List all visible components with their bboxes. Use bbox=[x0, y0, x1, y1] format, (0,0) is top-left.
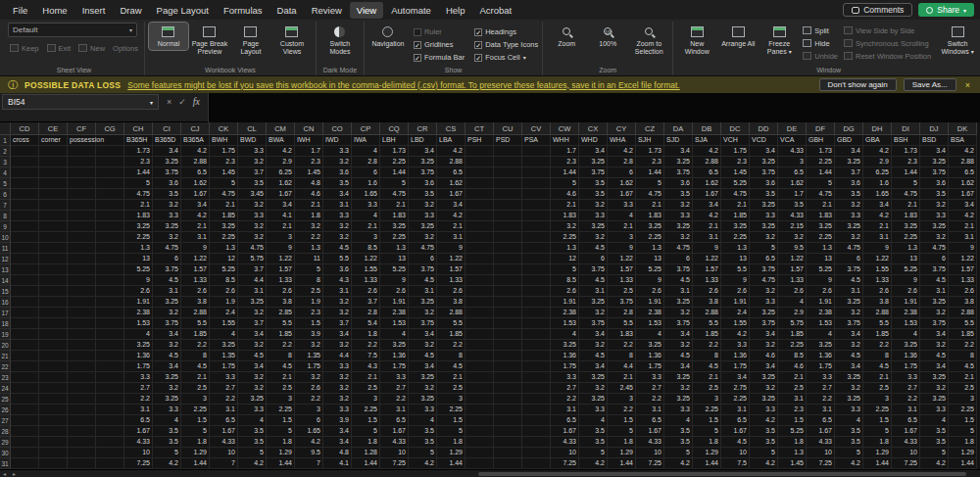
cell[interactable] bbox=[522, 329, 551, 340]
cell[interactable]: 2.9 bbox=[778, 308, 807, 318]
cell[interactable] bbox=[68, 318, 96, 329]
dont-show-again-button[interactable]: Don't show again bbox=[819, 78, 897, 91]
cell[interactable]: 6.5 bbox=[437, 167, 466, 178]
cell[interactable] bbox=[11, 329, 39, 340]
cell[interactable] bbox=[11, 361, 39, 372]
cell[interactable]: 1.91 bbox=[551, 297, 579, 308]
cell[interactable] bbox=[39, 232, 68, 243]
new-window-button[interactable]: New Window bbox=[677, 23, 716, 58]
cell[interactable] bbox=[68, 146, 96, 157]
cell[interactable] bbox=[466, 232, 494, 243]
cell[interactable]: 3.2 bbox=[238, 221, 267, 232]
cell[interactable]: 1.22 bbox=[267, 254, 295, 264]
cell[interactable]: 1.55 bbox=[210, 318, 238, 329]
cell[interactable]: 3.4 bbox=[323, 329, 352, 340]
cell[interactable] bbox=[96, 458, 124, 469]
column-header-CL[interactable]: CL bbox=[238, 122, 267, 135]
cell[interactable]: 3.5 bbox=[323, 178, 352, 189]
cell[interactable]: 3.8 bbox=[267, 297, 295, 308]
cell[interactable]: 5 bbox=[437, 426, 466, 437]
cell[interactable] bbox=[39, 200, 68, 211]
row-header[interactable]: 19 bbox=[0, 329, 11, 340]
cell[interactable] bbox=[522, 394, 551, 405]
cell[interactable]: 3.1 bbox=[835, 286, 863, 297]
cell[interactable]: 1.85 bbox=[721, 211, 750, 221]
cell[interactable]: 3.25 bbox=[750, 157, 778, 167]
cell[interactable]: 8.5 bbox=[352, 243, 380, 254]
cell[interactable]: 4 bbox=[636, 329, 664, 340]
cell[interactable]: 3.9 bbox=[295, 329, 323, 340]
cell[interactable]: 2.25 bbox=[551, 232, 579, 243]
cell[interactable]: 1.53 bbox=[380, 318, 409, 329]
column-header-DK[interactable]: DK bbox=[949, 122, 977, 135]
cell[interactable]: 1.33 bbox=[778, 275, 807, 286]
cell[interactable]: 3.5 bbox=[409, 189, 437, 200]
cell[interactable]: 3.4 bbox=[238, 329, 267, 340]
cell[interactable]: 3.2 bbox=[153, 200, 181, 211]
cell[interactable]: 3.75 bbox=[153, 318, 181, 329]
cell[interactable]: 4 bbox=[778, 297, 807, 308]
cell[interactable]: 1.67 bbox=[807, 426, 835, 437]
cell[interactable] bbox=[522, 448, 551, 458]
cell[interactable] bbox=[96, 448, 124, 458]
cell[interactable] bbox=[11, 448, 39, 458]
cell[interactable]: 2.8 bbox=[352, 308, 380, 318]
cell[interactable]: 4 bbox=[352, 211, 380, 221]
cell[interactable]: 2.1 bbox=[352, 221, 380, 232]
cell[interactable] bbox=[494, 167, 522, 178]
cell[interactable]: 2.6 bbox=[181, 286, 210, 297]
cell[interactable]: 3.3 bbox=[153, 405, 181, 415]
cell[interactable] bbox=[96, 243, 124, 254]
row-header[interactable]: 14 bbox=[0, 275, 11, 286]
cell[interactable] bbox=[39, 275, 68, 286]
cell[interactable]: 6.25 bbox=[267, 167, 295, 178]
cell[interactable]: 3 bbox=[949, 394, 977, 405]
cell[interactable]: 3.3 bbox=[835, 405, 863, 415]
cell[interactable]: 3.8 bbox=[863, 297, 892, 308]
cell[interactable]: 2.1 bbox=[949, 372, 977, 383]
cell[interactable] bbox=[39, 189, 68, 200]
cell[interactable]: 2.88 bbox=[437, 308, 466, 318]
cell[interactable]: 3.5 bbox=[579, 426, 608, 437]
page-break-preview-button[interactable]: Page Break Preview bbox=[190, 23, 229, 58]
column-header-DF[interactable]: DF bbox=[807, 122, 835, 135]
cell[interactable]: 5 bbox=[892, 178, 920, 189]
cell[interactable]: 3.2 bbox=[238, 157, 267, 167]
cell[interactable]: 3.2 bbox=[409, 200, 437, 211]
cell[interactable]: LBD bbox=[409, 135, 437, 146]
cell[interactable]: 2.38 bbox=[124, 308, 153, 318]
cell[interactable]: 3.2 bbox=[295, 221, 323, 232]
column-header-CH[interactable]: CH bbox=[124, 122, 153, 135]
cell[interactable]: 3.1 bbox=[721, 405, 750, 415]
cell[interactable]: 4.6 bbox=[551, 189, 579, 200]
cell[interactable] bbox=[466, 426, 494, 437]
cell[interactable] bbox=[68, 394, 96, 405]
column-header-CD[interactable]: CD bbox=[11, 122, 39, 135]
cell[interactable]: 1.67 bbox=[551, 426, 579, 437]
tab-page-layout[interactable]: Page Layout bbox=[150, 2, 216, 19]
cell[interactable] bbox=[466, 200, 494, 211]
cell[interactable]: 3.1 bbox=[409, 286, 437, 297]
cell[interactable] bbox=[39, 448, 68, 458]
cell[interactable]: 1.65 bbox=[352, 189, 380, 200]
cell[interactable]: 3 bbox=[181, 394, 210, 405]
cell[interactable]: 8 bbox=[181, 351, 210, 361]
cell[interactable]: 3.75 bbox=[579, 264, 608, 275]
cell[interactable]: 4.2 bbox=[949, 146, 977, 157]
cell[interactable]: 6.5 bbox=[181, 167, 210, 178]
cell[interactable]: 3.2 bbox=[323, 221, 352, 232]
cell[interactable]: 2.5 bbox=[693, 383, 721, 394]
cell[interactable]: 9 bbox=[124, 275, 153, 286]
cell[interactable] bbox=[522, 178, 551, 189]
cell[interactable] bbox=[39, 178, 68, 189]
cell[interactable]: 2.6 bbox=[295, 383, 323, 394]
cell[interactable]: BSA bbox=[949, 135, 977, 146]
cell[interactable]: 2.6 bbox=[778, 286, 807, 297]
cell[interactable]: 4.4 bbox=[323, 351, 352, 361]
cell[interactable]: 10 bbox=[210, 448, 238, 458]
cell[interactable]: 1.85 bbox=[181, 329, 210, 340]
cell[interactable]: 3.3 bbox=[636, 372, 664, 383]
cell[interactable]: 3.4 bbox=[409, 329, 437, 340]
cell[interactable]: 1.36 bbox=[124, 351, 153, 361]
cell[interactable]: LBA bbox=[437, 135, 466, 146]
